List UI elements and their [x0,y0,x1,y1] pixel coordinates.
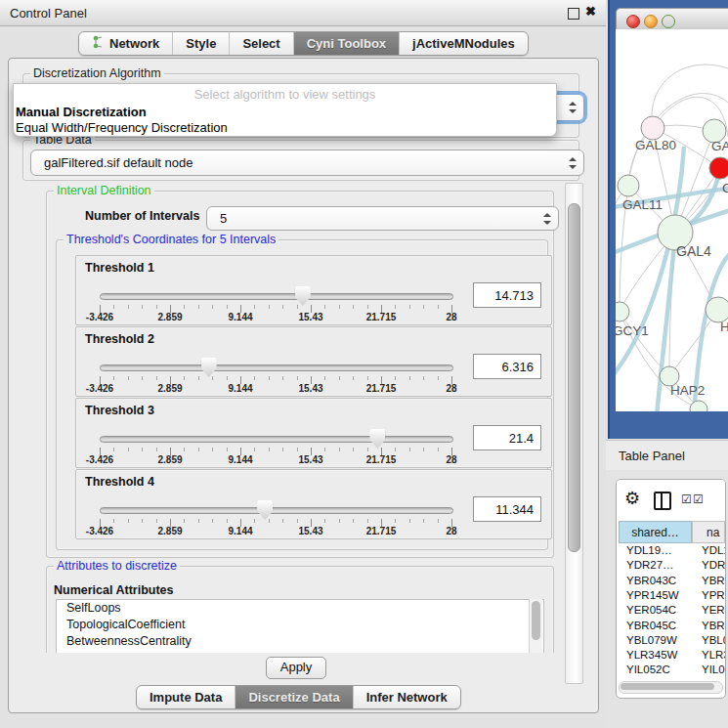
checkbox-icon[interactable]: ☑ [693,493,704,505]
network-node-label: GA [711,139,728,153]
table-row[interactable]: YIL052CYIL0 [617,663,725,677]
tick-label: 21.715 [366,312,397,322]
list-item[interactable]: SelfLoops [57,600,543,617]
table-row[interactable]: YPR145WYPR1 [617,588,725,603]
table-hscrollbar-thumb[interactable] [621,683,714,690]
tab-label: Impute Data [150,690,222,705]
tick-mark [198,376,199,380]
table-horizontal-scrollbar[interactable] [619,681,723,694]
table-cell: YER0 [702,603,726,618]
checkbox-icon[interactable]: ☑ [681,493,692,505]
network-node-c[interactable] [709,157,728,179]
numerical-attributes-list[interactable]: SelfLoopsTopologicalCoefficientBetweenne… [56,599,544,653]
tab-cyni-toolbox[interactable]: Cyni Toolbox [294,32,400,55]
slider-track [100,364,453,371]
table-row[interactable]: YBL079WYBL0 [617,633,725,648]
tick-mark [254,448,255,451]
tick-mark [156,448,157,451]
tick-mark [254,519,255,523]
slider-thumb[interactable] [201,358,217,377]
slider-thumb[interactable] [369,429,385,449]
table-row[interactable]: YBR043CYBR0 [617,574,725,588]
control-panel-title: Control Panel [10,6,87,21]
tick-label: 21.715 [366,454,397,465]
tab-jactivemnodules[interactable]: jActiveMNodules [400,32,528,55]
table-row[interactable]: YER054CYER0 [617,603,725,618]
threshold-slider[interactable]: -3.4262.8599.14415.4321.71528 [100,256,451,324]
tick-mark [128,305,129,309]
table-row[interactable]: YBR045CYBR0 [617,619,725,633]
tab-label: jActiveMNodules [412,36,515,51]
mac-minimize-icon[interactable] [644,15,658,28]
attributes-list-scrollbar[interactable] [529,599,542,653]
tick-mark [438,376,439,380]
algorithm-option-manual-discretization[interactable]: Manual Discretization [16,105,147,119]
network-node-gal80[interactable] [641,116,664,140]
tab-infer-network[interactable]: Infer Network [354,686,460,708]
float-window-icon[interactable] [568,8,579,20]
slider-thumb[interactable] [295,286,311,306]
column-header-na[interactable]: na [692,521,725,543]
tick-mark [409,448,410,451]
tick-mark [409,519,410,523]
tick-mark [212,448,213,451]
column-header-shared-[interactable]: shared… [619,521,692,543]
split-columns-icon[interactable] [654,492,671,510]
tick-label: 28 [446,526,456,536]
network-canvas[interactable]: GAL80GACGAL11GAL4GCY1HHAP2 [616,29,728,411]
network-edge[interactable] [652,64,728,128]
control-panel-titlebar: Control Panel ✖ [0,0,606,26]
slider-track [100,507,453,514]
table-cell: YER054C [626,603,700,618]
table-data-combobox[interactable]: galFiltered.sif default node [30,150,584,176]
table-row[interactable]: YDR27…YDR2 [617,558,725,573]
mac-close-icon[interactable] [626,15,640,28]
threshold-slider[interactable]: -3.4262.8599.14415.4321.71528 [100,399,451,467]
network-window-titlebar[interactable] [616,8,728,31]
slider-thumb[interactable] [257,500,273,520]
list-item[interactable]: TopologicalCoefficient [57,617,543,633]
node-table-container: ⚙ ☑ ☑ shared…naYDL19…YDL1YDR27…YDR2YBR04… [616,479,726,699]
tick-mark [269,376,270,380]
table-panel-body: ⚙ ☑ ☑ shared…naYDL19…YDL1YDR27…YDR2YBR04… [606,470,728,728]
network-node-gal11[interactable] [618,175,639,196]
panel-scrollbar[interactable] [565,183,583,684]
tab-label: Cyni Toolbox [307,36,386,51]
gear-icon[interactable]: ⚙ [624,488,640,509]
tick-label: 9.144 [228,312,252,322]
threshold-value-field[interactable]: 11.344 [473,496,541,522]
tab-impute-data[interactable]: Impute Data [137,686,236,708]
network-node[interactable] [690,401,707,411]
tab-select[interactable]: Select [230,32,293,55]
list-item[interactable]: BetweennessCentrality [57,633,543,650]
table-cell: YBL0 [702,633,726,648]
tick-label: -3.426 [86,383,113,394]
panel-scrollbar-thumb[interactable] [568,203,580,552]
threshold-panel-3: Threshold 3-3.4262.8599.14415.4321.71528… [75,398,552,468]
threshold-slider[interactable]: -3.4262.8599.14415.4321.71528 [100,470,451,538]
thresholds-group-title: Threshold's Coordinates for 5 Intervals [64,233,278,246]
threshold-value-field[interactable]: 21.4 [473,425,541,450]
threshold-slider[interactable]: -3.4262.8599.14415.4321.71528 [100,327,451,396]
table-row[interactable]: YLR345WYLR3 [617,648,725,663]
mac-zoom-icon[interactable] [662,15,675,28]
network-node-gcy1[interactable] [616,302,629,321]
tab-style[interactable]: Style [173,32,230,55]
apply-button[interactable]: Apply [266,657,326,679]
threshold-value-field[interactable]: 6.316 [473,354,541,379]
tab-network[interactable]: Network [79,32,173,55]
close-icon[interactable]: ✖ [585,4,596,19]
table-cell: YPR145W [626,588,700,603]
table-cell: YBL079W [626,633,700,648]
network-node-label: GCY1 [616,323,649,338]
algorithm-option-equal-width-frequency-discretization[interactable]: Equal Width/Frequency Discretization [16,120,228,135]
tick-mark [113,305,114,309]
tick-label: 28 [446,312,456,322]
threshold-value-field[interactable]: 14.713 [473,282,541,308]
tab-discretize-data[interactable]: Discretize Data [236,686,353,708]
table-cell: YDL1 [702,543,726,558]
table-row[interactable]: YDL19…YDL1 [617,543,725,558]
threshold-panel-2: Threshold 2-3.4262.8599.14415.4321.71528… [75,326,552,397]
tick-mark [184,376,185,380]
number-of-intervals-combobox[interactable]: 5 [206,206,559,231]
